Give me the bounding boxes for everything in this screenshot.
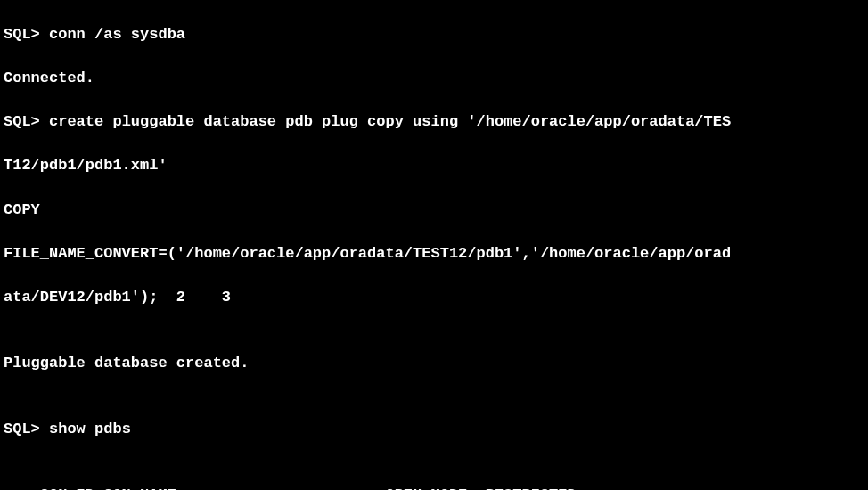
sql-prompt: SQL> — [4, 421, 49, 437]
cmd-create-pdb-part1: create pluggable database pdb_plug_copy … — [49, 113, 731, 130]
terminal-output[interactable]: SQL> conn /as sysdba Connected. SQL> cre… — [0, 0, 868, 490]
cmd-create-pdb-part3: COPY — [4, 200, 864, 222]
cmd-line-conn: SQL> conn /as sysdba — [4, 24, 864, 46]
cmd-create-pdb-part5: ata/DEV12/pdb1'); 2 3 — [4, 287, 864, 309]
response-pdb-created: Pluggable database created. — [4, 353, 864, 375]
cmd-line-show-pdbs: SQL> show pdbs — [4, 419, 864, 441]
cmd-line-create-pdb: SQL> create pluggable database pdb_plug_… — [4, 111, 864, 134]
cmd-show-pdbs: show pdbs — [49, 421, 131, 437]
response-connected: Connected. — [4, 68, 864, 90]
table-header-pdbs: CON_ID CON_NAME OPEN MODE RESTRICTED — [4, 485, 864, 490]
cmd-create-pdb-part4: FILE_NAME_CONVERT=('/home/oracle/app/ora… — [4, 243, 864, 265]
sql-prompt: SQL> — [4, 26, 49, 43]
sql-prompt: SQL> — [4, 113, 49, 130]
cmd-conn: conn /as sysdba — [49, 26, 185, 43]
cmd-create-pdb-part2: T12/pdb1/pdb1.xml' — [4, 155, 864, 177]
